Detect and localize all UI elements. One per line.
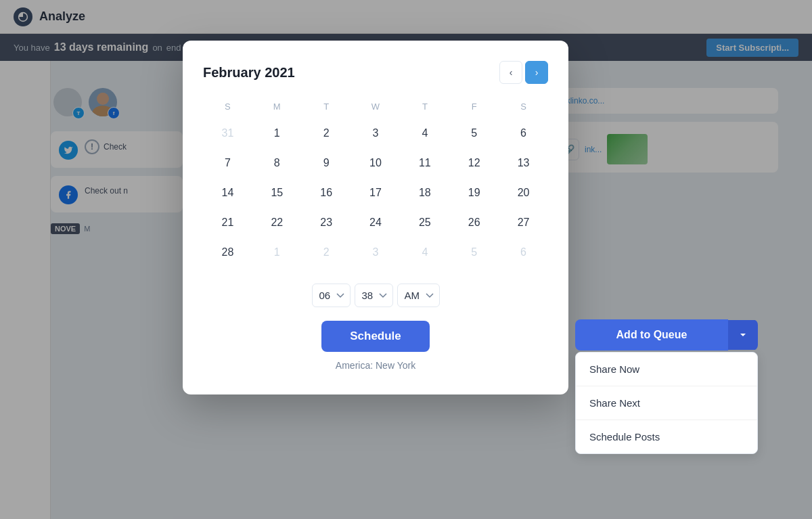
add-to-queue-main[interactable]: Add to Queue	[575, 319, 728, 351]
cal-day-2-0[interactable]: 14	[203, 178, 252, 208]
cal-day-3-1[interactable]: 22	[252, 208, 302, 238]
cal-day-1-5[interactable]: 12	[449, 148, 499, 178]
modal-header: February 2021 ‹ ›	[203, 61, 548, 84]
cal-day-0-4[interactable]: 4	[400, 118, 449, 148]
weekday-m: M	[252, 97, 302, 116]
prev-month-button[interactable]: ‹	[499, 61, 522, 84]
add-to-queue-area: Add to Queue Share Now Share Next Schedu…	[575, 319, 758, 454]
cal-day-0-1[interactable]: 1	[252, 118, 302, 148]
cal-day-0-5[interactable]: 5	[449, 118, 499, 148]
month-year-title: February 2021	[203, 65, 295, 81]
schedule-button[interactable]: Schedule	[321, 321, 430, 352]
cal-day-2-6[interactable]: 20	[499, 178, 548, 208]
share-now-item[interactable]: Share Now	[576, 353, 757, 386]
cal-day-4-0[interactable]: 28	[203, 238, 252, 267]
cal-day-4-5: 5	[449, 238, 499, 267]
timezone-label: America: New York	[203, 360, 548, 371]
weekday-t2: T	[400, 97, 449, 116]
weekday-w: W	[351, 97, 401, 116]
calendar-grid: S M T W T F S 31123456789101112131415161…	[203, 97, 548, 267]
cal-day-0-6[interactable]: 6	[499, 118, 548, 148]
cal-day-4-6: 6	[499, 238, 548, 267]
cal-day-3-0[interactable]: 21	[203, 208, 252, 238]
calendar-modal: February 2021 ‹ › S M T W T F S 31123456…	[183, 41, 568, 394]
dropdown-menu: Share Now Share Next Schedule Posts	[575, 352, 758, 454]
cal-day-1-0[interactable]: 7	[203, 148, 252, 178]
cal-day-2-2[interactable]: 16	[302, 178, 351, 208]
next-month-button[interactable]: ›	[525, 61, 548, 84]
cal-day-3-3[interactable]: 24	[351, 208, 401, 238]
cal-day-1-6[interactable]: 13	[499, 148, 548, 178]
hour-select[interactable]: 06	[312, 284, 351, 307]
weekday-s2: S	[499, 97, 548, 116]
weekday-header: S M T W T F S	[203, 97, 548, 116]
cal-day-0-2[interactable]: 2	[302, 118, 351, 148]
cal-day-2-3[interactable]: 17	[351, 178, 401, 208]
cal-day-1-4[interactable]: 11	[400, 148, 449, 178]
cal-day-3-2[interactable]: 23	[302, 208, 351, 238]
time-selector: 06 38 AM PM	[203, 284, 548, 307]
cal-day-2-4[interactable]: 18	[400, 178, 449, 208]
cal-day-2-5[interactable]: 19	[449, 178, 499, 208]
cal-day-2-1[interactable]: 15	[252, 178, 302, 208]
cal-day-1-2[interactable]: 9	[302, 148, 351, 178]
add-to-queue-chevron[interactable]	[728, 320, 758, 350]
cal-day-4-3: 3	[351, 238, 401, 267]
cal-day-0-0: 31	[203, 118, 252, 148]
calendar-days: 3112345678910111213141516171819202122232…	[203, 118, 548, 267]
weekday-t1: T	[302, 97, 351, 116]
cal-day-4-1: 1	[252, 238, 302, 267]
cal-day-1-1[interactable]: 8	[252, 148, 302, 178]
schedule-posts-item[interactable]: Schedule Posts	[576, 420, 757, 453]
cal-day-3-5[interactable]: 26	[449, 208, 499, 238]
period-select[interactable]: AM PM	[397, 284, 440, 307]
weekday-s1: S	[203, 97, 252, 116]
cal-day-0-3[interactable]: 3	[351, 118, 401, 148]
cal-day-4-4: 4	[400, 238, 449, 267]
cal-day-3-6[interactable]: 27	[499, 208, 548, 238]
cal-day-1-3[interactable]: 10	[351, 148, 401, 178]
add-to-queue-button[interactable]: Add to Queue	[575, 319, 758, 351]
cal-day-4-2: 2	[302, 238, 351, 267]
share-next-item[interactable]: Share Next	[576, 386, 757, 420]
nav-buttons: ‹ ›	[499, 61, 548, 84]
minute-select[interactable]: 38	[355, 284, 393, 307]
cal-day-3-4[interactable]: 25	[400, 208, 449, 238]
weekday-f: F	[449, 97, 499, 116]
